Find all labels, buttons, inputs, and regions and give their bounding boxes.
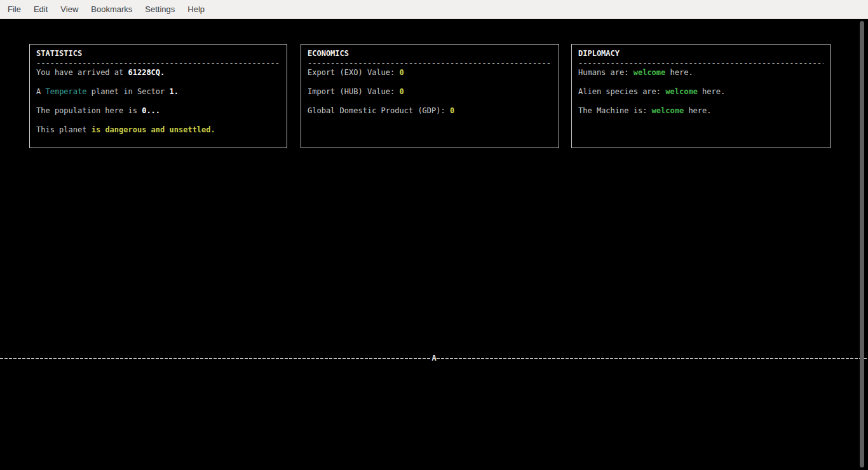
menu-item-help[interactable]: Help [181,1,211,17]
text-segment: This planet [36,125,92,134]
sector-number: 1. [170,87,179,96]
menu-item-edit[interactable]: Edit [27,1,54,17]
text-segment: Import (HUB) Value: [308,87,400,96]
text-segment: You have arrived at [36,68,128,77]
population-line: The population here is 0... [36,106,280,116]
text-segment: A [36,87,45,96]
aliens-line: Alien species are: welcome here. [578,87,824,97]
import-value: 0 [400,87,404,96]
economics-panel: ECONOMICS ------------------------------… [301,44,559,148]
planet-type-line: A Temperate planet in Sector 1. [36,87,280,97]
menu-item-file[interactable]: File [1,1,27,17]
import-line: Import (HUB) Value: 0 [308,87,552,97]
export-line: Export (EXO) Value: 0 [308,68,552,78]
text-segment: Alien species are: [578,87,665,96]
arrived-line: You have arrived at 61228CQ. [36,68,280,78]
menu-bar: File Edit View Bookmarks Settings Help [0,0,868,19]
machine-status: welcome [652,106,684,115]
scrollbar-thumb[interactable] [860,21,864,467]
text-segment: planet in Sector [86,87,169,96]
panel-title: STATISTICS [36,49,280,59]
machine-line: The Machine is: welcome here. [578,106,824,116]
panel-separator: ----------------------------------------… [36,59,280,68]
text-segment: here. [665,68,693,77]
panel-separator: ----------------------------------------… [308,59,552,68]
population-value: 0... [142,106,160,115]
gdp-line: Global Domestic Product (GDP): 0 [308,106,552,116]
text-segment: The Machine is: [578,106,652,115]
planet-name: 61228CQ. [128,68,165,77]
menu-item-settings[interactable]: Settings [139,1,181,17]
panel-title: ECONOMICS [308,49,552,59]
text-segment: here. [698,87,725,96]
screen-divider: A [0,354,868,363]
text-segment: Humans are: [578,68,634,77]
text-segment: here. [684,106,711,115]
terminal-screen: STATISTICS -----------------------------… [0,19,868,470]
panel-title: DIPLOMACY [578,49,824,59]
aliens-status: welcome [665,87,698,96]
text-segment: Global Domestic Product (GDP): [308,106,450,115]
gdp-value: 0 [450,106,454,115]
scrollbar[interactable] [860,19,868,470]
danger-line: This planet is dangerous and unsettled. [36,125,280,135]
humans-line: Humans are: welcome here. [578,68,824,78]
menu-item-view[interactable]: View [54,1,85,17]
panel-separator: ----------------------------------------… [578,59,824,68]
export-value: 0 [400,68,404,77]
statistics-panel: STATISTICS -----------------------------… [29,44,287,148]
planet-type: Temperate [45,87,86,96]
divider-label: A [431,354,436,363]
text-segment: The population here is [36,106,142,115]
humans-status: welcome [634,68,666,77]
text-segment: Export (EXO) Value: [308,68,400,77]
danger-status: is dangerous and unsettled. [92,125,215,134]
menu-item-bookmarks[interactable]: Bookmarks [85,1,139,17]
diplomacy-panel: DIPLOMACY ------------------------------… [571,44,831,148]
